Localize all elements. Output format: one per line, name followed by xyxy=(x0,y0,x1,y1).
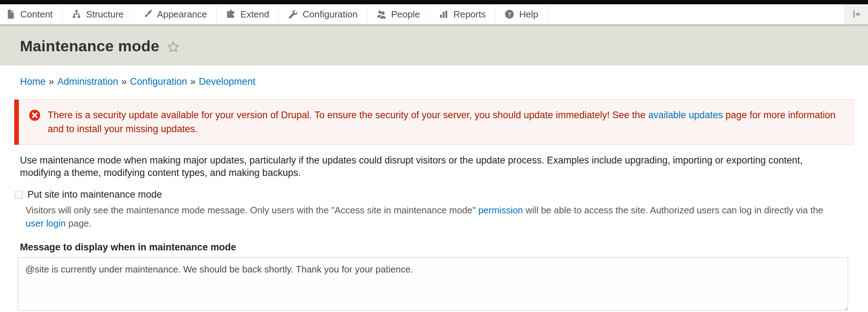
breadcrumb-configuration-link[interactable]: Configuration xyxy=(130,76,187,87)
error-message-text: There is a security update available for… xyxy=(48,108,843,136)
file-icon xyxy=(6,9,16,19)
toolbar-item-label: Content xyxy=(20,9,53,20)
drupal-admin-screen: Content Structure Appearance Extend Conf xyxy=(0,0,868,312)
paintbrush-icon xyxy=(143,9,153,19)
admin-toolbar: Content Structure Appearance Extend Conf xyxy=(0,4,868,25)
maintenance-message-textarea[interactable]: @site is currently under maintenance. We… xyxy=(18,257,848,311)
breadcrumb-development-link[interactable]: Development xyxy=(199,76,255,87)
page-header: Maintenance mode xyxy=(0,25,868,66)
toolbar-item-label: Extend xyxy=(240,9,269,20)
maintenance-mode-checkbox[interactable] xyxy=(15,191,23,199)
toolbar-item-extend[interactable]: Extend xyxy=(217,4,279,24)
breadcrumb-separator: » xyxy=(190,76,196,87)
wrench-icon xyxy=(288,9,298,19)
toolbar-collapse-toggle[interactable] xyxy=(845,4,868,24)
people-icon xyxy=(376,9,386,19)
maintenance-mode-checkbox-label[interactable]: Put site into maintenance mode xyxy=(27,189,162,200)
description-text-1: Visitors will only see the maintenance m… xyxy=(26,205,478,215)
sitemap-icon xyxy=(72,9,81,19)
permission-link[interactable]: permission xyxy=(478,205,523,215)
user-login-link[interactable]: user login xyxy=(26,218,66,229)
breadcrumb-separator: » xyxy=(121,76,127,87)
maintenance-mode-description: Visitors will only see the maintenance m… xyxy=(26,204,843,230)
error-text-before: There is a security update available for… xyxy=(48,110,648,120)
breadcrumb-home-link[interactable]: Home xyxy=(20,76,46,87)
toolbar-item-label: Structure xyxy=(86,9,124,20)
breadcrumb-administration-link[interactable]: Administration xyxy=(57,76,118,87)
toolbar-item-configuration[interactable]: Configuration xyxy=(279,4,367,24)
toolbar-item-content[interactable]: Content xyxy=(0,4,62,24)
error-icon xyxy=(29,108,41,121)
window-top-strip xyxy=(0,0,868,4)
toolbar-item-label: Configuration xyxy=(303,9,358,20)
star-icon[interactable] xyxy=(166,38,180,54)
toolbar-item-label: People xyxy=(391,9,420,20)
svg-text:?: ? xyxy=(508,11,511,18)
toolbar-item-structure[interactable]: Structure xyxy=(62,4,133,24)
maintenance-mode-form-item: Put site into maintenance mode xyxy=(15,189,854,200)
toolbar-item-label: Reports xyxy=(453,9,486,20)
message-field-label: Message to display when in maintenance m… xyxy=(20,242,854,253)
bar-chart-icon xyxy=(439,9,449,19)
breadcrumb-separator: » xyxy=(49,76,54,87)
main-content: Home»Administration»Configuration»Develo… xyxy=(0,76,868,312)
description-text-3: page. xyxy=(66,218,91,229)
toolbar-item-help[interactable]: ? Help xyxy=(495,4,547,24)
error-message-box: There is a security update available for… xyxy=(14,99,854,145)
toolbar-item-label: Appearance xyxy=(157,9,207,20)
toolbar-item-label: Help xyxy=(519,9,538,20)
available-updates-link[interactable]: available updates xyxy=(648,110,723,120)
toolbar-item-people[interactable]: People xyxy=(367,4,429,24)
breadcrumb: Home»Administration»Configuration»Develo… xyxy=(20,76,854,87)
page-title: Maintenance mode xyxy=(20,37,159,55)
collapse-left-icon xyxy=(851,8,863,20)
puzzle-icon xyxy=(226,9,236,19)
description-text-2: will be able to access the site. Authori… xyxy=(523,205,823,215)
toolbar-item-reports[interactable]: Reports xyxy=(429,4,495,24)
intro-text: Use maintenance mode when making major u… xyxy=(20,154,843,179)
toolbar-item-appearance[interactable]: Appearance xyxy=(133,4,217,24)
form-actions: Save configuration xyxy=(14,311,854,312)
help-icon: ? xyxy=(504,9,514,19)
